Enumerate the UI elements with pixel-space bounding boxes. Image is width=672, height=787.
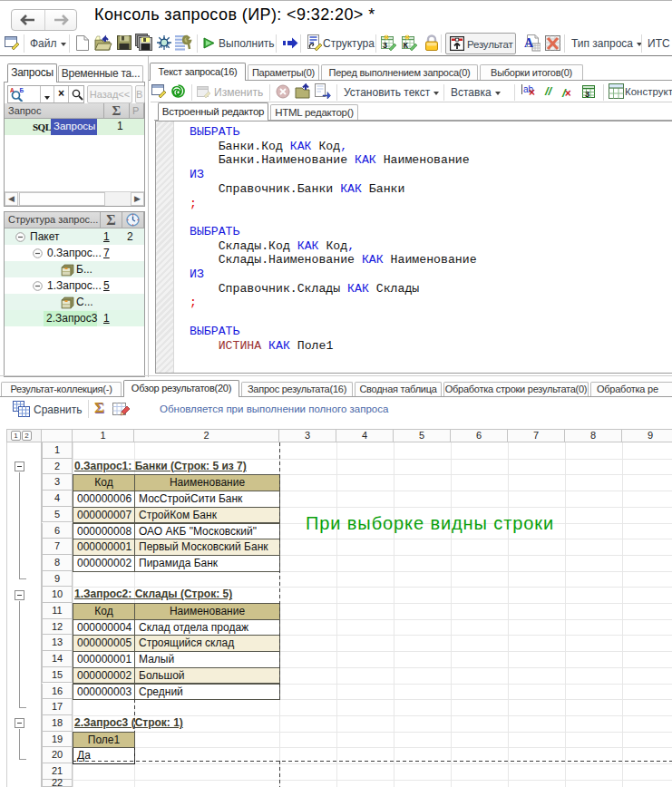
svg-text:К: К [404,41,409,50]
svg-text:3: 3 [383,41,387,50]
svg-text:А: А [524,36,534,50]
svg-text:3: 3 [585,90,589,99]
svg-text:Б: Б [20,87,24,93]
